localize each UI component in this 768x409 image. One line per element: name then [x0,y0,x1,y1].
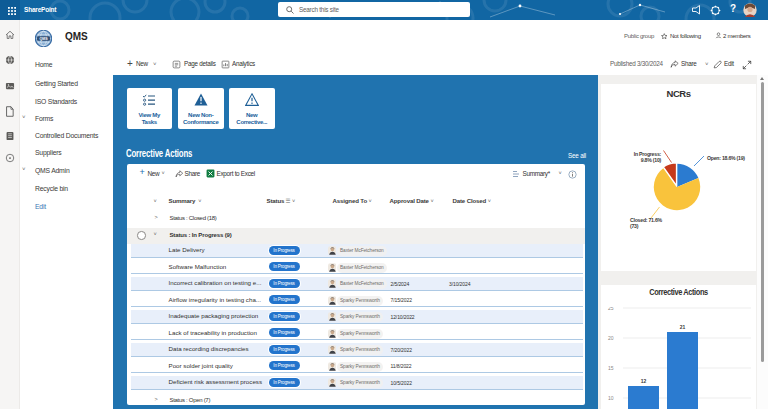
svg-text:25: 25 [608,307,614,311]
svg-text:12: 12 [641,378,647,384]
svg-text:15: 15 [608,365,614,371]
svg-text:(73): (73) [630,223,639,229]
svg-text:QMS: QMS [39,37,48,41]
svg-text:20: 20 [608,335,614,341]
svg-text:Open: 18.6% (19): Open: 18.6% (19) [707,155,745,161]
svg-text:10: 10 [608,395,614,401]
svg-text:21: 21 [680,324,686,330]
svg-text:9.8% (10): 9.8% (10) [641,157,662,163]
